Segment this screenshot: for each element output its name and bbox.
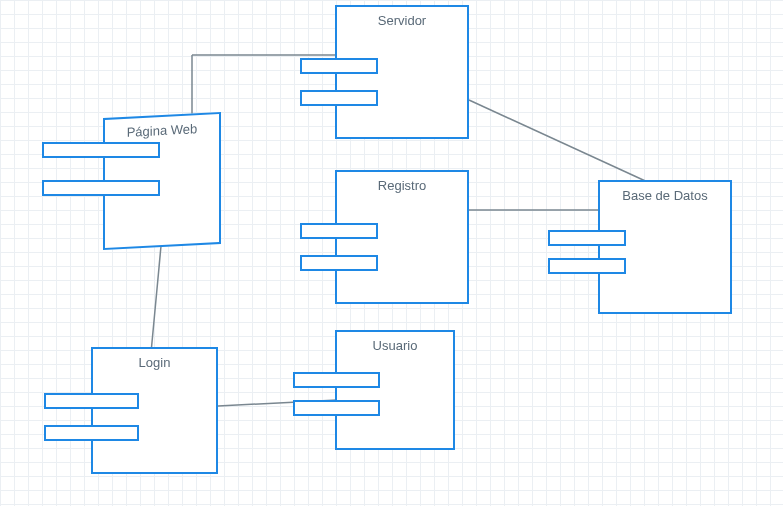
lug-icon — [548, 230, 626, 246]
lug-icon — [293, 400, 380, 416]
component-label: Servidor — [337, 13, 467, 28]
lug-icon — [44, 393, 139, 409]
lug-icon — [293, 372, 380, 388]
lug-icon — [300, 58, 378, 74]
component-base-de-datos[interactable]: Base de Datos — [598, 180, 732, 314]
component-label: Registro — [337, 178, 467, 193]
lug-icon — [42, 142, 160, 158]
lug-icon — [44, 425, 139, 441]
lug-icon — [300, 255, 378, 271]
component-label: Base de Datos — [600, 188, 730, 203]
lug-icon — [300, 90, 378, 106]
lug-icon — [42, 180, 160, 196]
lug-icon — [300, 223, 378, 239]
lug-icon — [548, 258, 626, 274]
component-label: Página Web — [105, 120, 219, 141]
component-label: Usuario — [337, 338, 453, 353]
edge-servidor-basedatos — [469, 100, 665, 190]
component-usuario[interactable]: Usuario — [335, 330, 455, 450]
component-label: Login — [93, 355, 216, 370]
edge-paginaweb-login — [151, 246, 161, 353]
component-login[interactable]: Login — [91, 347, 218, 474]
